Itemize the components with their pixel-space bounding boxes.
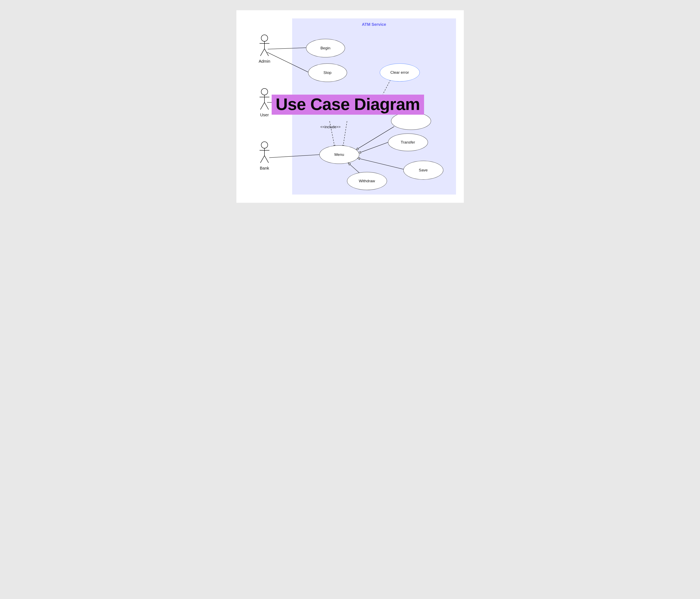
usecase-save-label: Save bbox=[419, 168, 428, 173]
svg-line-14 bbox=[260, 49, 265, 56]
page: ATM Service bbox=[230, 4, 470, 209]
stick-figure-icon bbox=[258, 88, 271, 111]
usecase-transfer-label: Transfer bbox=[401, 140, 415, 145]
stick-figure-icon bbox=[258, 141, 271, 164]
svg-line-19 bbox=[260, 102, 265, 109]
edge-include-label: <<include>> bbox=[320, 125, 341, 129]
svg-point-11 bbox=[261, 35, 268, 42]
diagram-sheet: ATM Service bbox=[236, 10, 464, 203]
svg-line-25 bbox=[265, 156, 269, 163]
system-title: ATM Service bbox=[292, 22, 456, 27]
usecase-stop[interactable]: Stop bbox=[308, 63, 347, 82]
usecase-menu-label: Menu bbox=[334, 152, 344, 157]
title-banner-text: Use Case Diagram bbox=[276, 95, 420, 113]
usecase-withdraw-label: Withdraw bbox=[359, 179, 375, 183]
stick-figure-icon bbox=[258, 34, 271, 57]
usecase-stop-label: Stop bbox=[323, 71, 331, 75]
svg-line-24 bbox=[260, 156, 265, 163]
usecase-begin-label: Begin bbox=[320, 46, 330, 50]
actor-admin[interactable]: Admin bbox=[255, 34, 274, 64]
usecase-menu[interactable]: Menu bbox=[319, 146, 359, 164]
title-banner: Use Case Diagram bbox=[272, 95, 424, 115]
svg-line-15 bbox=[265, 49, 269, 56]
svg-line-20 bbox=[265, 102, 269, 109]
actor-user-label: User bbox=[255, 113, 274, 118]
usecase-begin[interactable]: Begin bbox=[306, 39, 345, 57]
usecase-transfer[interactable]: Transfer bbox=[388, 133, 428, 151]
usecase-save[interactable]: Save bbox=[403, 161, 443, 180]
actor-bank[interactable]: Bank bbox=[255, 141, 274, 171]
actor-user[interactable]: User bbox=[255, 88, 274, 118]
svg-point-16 bbox=[261, 88, 268, 95]
usecase-clear-error-label: Clear error bbox=[391, 70, 409, 75]
usecase-clear-error[interactable]: Clear error bbox=[380, 63, 420, 81]
usecase-withdraw[interactable]: Withdraw bbox=[347, 172, 387, 190]
actor-bank-label: Bank bbox=[255, 166, 274, 171]
usecase-hidden-behind-banner[interactable] bbox=[391, 112, 431, 130]
svg-point-21 bbox=[261, 142, 268, 148]
actor-admin-label: Admin bbox=[255, 59, 274, 64]
